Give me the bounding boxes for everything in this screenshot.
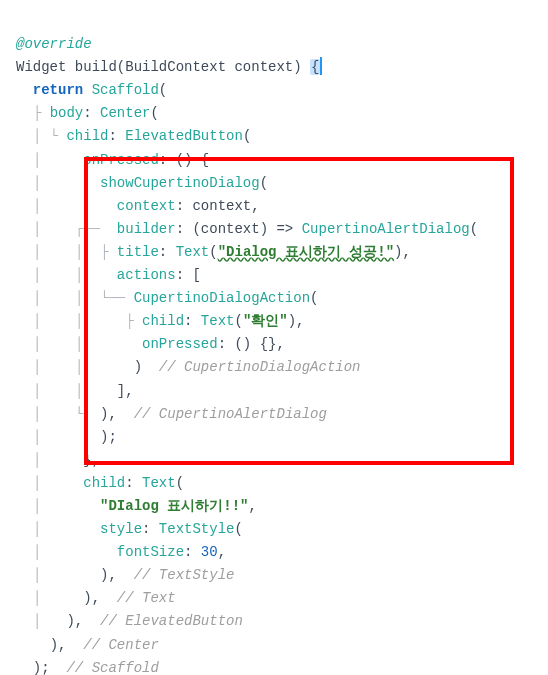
code-block: @override Widget build(BuildContext cont… (16, 10, 532, 675)
cursor (320, 57, 322, 75)
annotation-override: @override (16, 36, 92, 52)
